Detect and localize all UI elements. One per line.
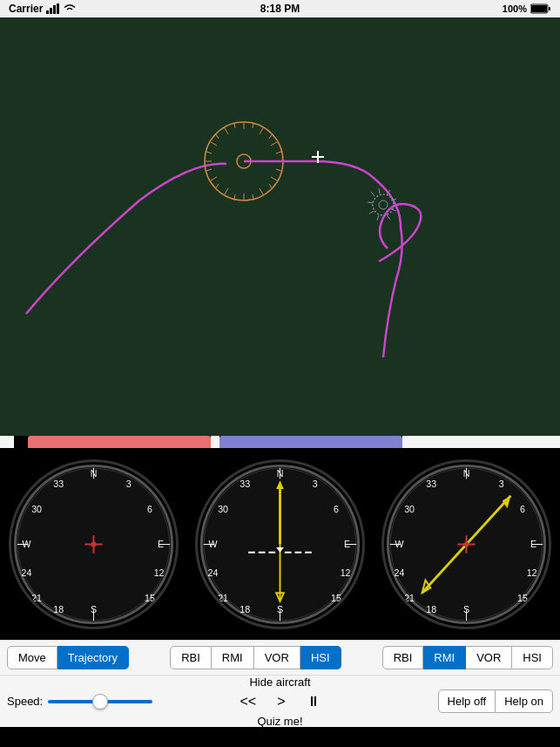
help-off-button[interactable]: Help off: [438, 689, 496, 713]
svg-line-25: [276, 169, 281, 171]
middle-hsi-button[interactable]: HSI: [300, 646, 341, 669]
playback-section: Hide aircraft << > ⏸ Quiz me!: [189, 676, 371, 728]
svg-point-35: [373, 194, 394, 215]
middle-dial: N S W E 33 3 30 6 24 12 21 15 18: [195, 459, 365, 629]
svg-line-43: [368, 202, 373, 203]
svg-text:15: 15: [517, 592, 528, 602]
svg-line-18: [211, 142, 217, 146]
middle-dial-svg: N S W E 33 3 30 6 24 12 21 15 18: [198, 462, 362, 627]
flight-map[interactable]: [0, 17, 560, 436]
svg-line-20: [225, 188, 228, 194]
svg-text:6: 6: [147, 504, 152, 514]
svg-text:E: E: [530, 538, 536, 548]
right-rbi-button[interactable]: RBI: [382, 646, 424, 669]
svg-line-24: [276, 152, 281, 153]
svg-line-17: [225, 128, 228, 134]
svg-line-45: [379, 188, 380, 194]
right-rmi-button[interactable]: RMI: [423, 646, 466, 669]
status-time: 8:18 PM: [260, 3, 300, 15]
left-btn-group: Move Trajectory: [7, 646, 129, 669]
quiz-me-button[interactable]: Quiz me!: [257, 715, 302, 728]
svg-text:33: 33: [53, 479, 64, 489]
signal-icon: [46, 3, 60, 14]
rewind-button[interactable]: <<: [234, 692, 261, 711]
svg-text:18: 18: [240, 603, 250, 614]
svg-rect-0: [46, 10, 49, 14]
svg-point-67: [91, 541, 96, 547]
svg-text:E: E: [158, 538, 164, 548]
svg-text:6: 6: [334, 504, 339, 514]
svg-rect-3: [57, 3, 59, 14]
middle-rbi-button[interactable]: RBI: [170, 646, 212, 669]
left-dial: N S W E 33 3 30 6 24 12 21 15 18: [9, 459, 179, 629]
svg-text:12: 12: [341, 567, 351, 577]
svg-line-32: [215, 133, 219, 139]
help-on-button[interactable]: Help on: [496, 689, 553, 713]
status-left: Carrier: [9, 3, 76, 15]
trajectory-button[interactable]: Trajectory: [57, 646, 129, 669]
svg-line-15: [271, 177, 277, 180]
speed-slider[interactable]: [48, 700, 152, 703]
bottom-row: Speed: Hide aircraft << > ⏸ Quiz me! Hel…: [0, 675, 560, 727]
hide-aircraft-button[interactable]: Hide aircraft: [249, 676, 310, 689]
help-section: Help off Help on: [371, 689, 553, 713]
status-bar: Carrier 8:18 PM 100%: [0, 0, 560, 17]
status-right: 100%: [503, 3, 551, 14]
right-btn-group: RBI RMI VOR HSI: [382, 646, 553, 669]
svg-line-41: [377, 215, 379, 221]
svg-text:33: 33: [427, 479, 437, 489]
left-dial-svg: N S W E 33 3 30 6 24 12 21 15 18: [11, 462, 176, 627]
battery-icon: [530, 3, 551, 14]
svg-point-36: [379, 200, 388, 209]
svg-text:15: 15: [331, 592, 341, 602]
speed-section: Speed:: [7, 695, 189, 708]
svg-line-16: [260, 188, 263, 194]
carrier-label: Carrier: [9, 3, 43, 15]
svg-line-42: [369, 211, 374, 214]
svg-line-39: [391, 209, 396, 211]
pause-button[interactable]: ⏸: [301, 692, 326, 711]
svg-text:24: 24: [21, 567, 31, 577]
right-hsi-button[interactable]: HSI: [512, 646, 553, 669]
svg-rect-1: [50, 8, 52, 14]
flight-path-svg: [0, 17, 560, 436]
move-button[interactable]: Move: [7, 646, 57, 669]
playback-controls: << > ⏸: [234, 692, 325, 711]
svg-text:24: 24: [208, 567, 219, 577]
svg-text:12: 12: [527, 567, 537, 577]
right-vor-button[interactable]: VOR: [466, 646, 512, 669]
svg-text:3: 3: [313, 479, 318, 489]
middle-rmi-button[interactable]: RMI: [212, 646, 254, 669]
svg-text:18: 18: [427, 603, 437, 614]
svg-text:6: 6: [520, 504, 525, 514]
svg-text:21: 21: [31, 592, 42, 602]
svg-line-13: [260, 128, 263, 134]
svg-text:18: 18: [53, 603, 64, 614]
forward-button[interactable]: >: [272, 692, 290, 711]
slider-thumb[interactable]: [92, 694, 108, 710]
middle-vor-button[interactable]: VOR: [254, 646, 300, 669]
svg-text:12: 12: [153, 567, 164, 577]
svg-text:30: 30: [404, 504, 415, 514]
svg-rect-2: [53, 5, 56, 14]
battery-label: 100%: [503, 3, 527, 14]
svg-text:3: 3: [499, 479, 504, 489]
right-dial: N S W E 33 3 30 6 24 12 21 15 18: [381, 459, 551, 629]
svg-text:24: 24: [395, 567, 405, 577]
bar-purple: [219, 436, 402, 448]
color-bars: [0, 436, 560, 448]
svg-line-23: [269, 133, 273, 139]
controls-row: Move Trajectory RBI RMI VOR HSI RBI RMI …: [0, 640, 560, 675]
svg-line-30: [206, 169, 212, 171]
svg-text:W: W: [395, 538, 405, 548]
right-dial-svg: N S W E 33 3 30 6 24 12 21 15 18: [384, 462, 549, 627]
svg-line-31: [206, 152, 212, 153]
svg-line-26: [269, 184, 273, 189]
wifi-icon: [64, 3, 76, 14]
svg-line-29: [215, 184, 219, 189]
svg-text:33: 33: [240, 479, 250, 489]
svg-text:30: 30: [31, 504, 42, 514]
svg-text:21: 21: [218, 592, 228, 602]
svg-line-14: [271, 142, 277, 146]
svg-rect-6: [549, 7, 550, 10]
